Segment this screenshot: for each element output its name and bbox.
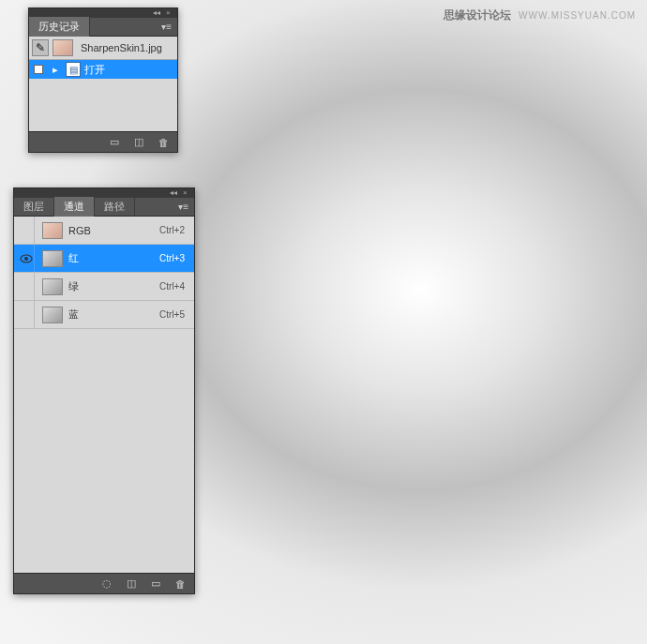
visibility-toggle[interactable] (18, 245, 35, 272)
load-selection-icon[interactable]: ◌ (100, 577, 113, 591)
history-item-label: 打开 (84, 63, 105, 77)
history-state-marker[interactable] (32, 65, 45, 74)
history-panel: ◂◂ × 历史记录 ▾≡ ✎ SharpenSkin1.jpg ▸ ▤ 打开 ▭… (28, 7, 178, 153)
document-filename: SharpenSkin1.jpg (77, 42, 162, 53)
watermark-text: 思缘设计论坛 (444, 7, 511, 23)
history-document-row[interactable]: ✎ SharpenSkin1.jpg (29, 37, 177, 60)
watermark: 思缘设计论坛 WWW.MISSYUAN.COM (444, 7, 636, 23)
collapse-icon[interactable]: ◂◂ (153, 9, 160, 17)
channel-thumbnail (42, 278, 63, 295)
close-icon[interactable]: × (166, 9, 173, 17)
collapse-icon[interactable]: ◂◂ (170, 189, 177, 197)
channel-thumbnail (42, 307, 63, 323)
tab-history[interactable]: 历史记录 (29, 17, 90, 37)
channel-rgb[interactable]: RGB Ctrl+2 (14, 217, 194, 245)
panel-tabs: 历史记录 ▾≡ (29, 18, 177, 37)
new-snapshot-icon[interactable]: ◫ (132, 136, 145, 149)
svg-point-1 (24, 257, 28, 261)
tab-paths[interactable]: 路径 (95, 197, 135, 217)
trash-icon[interactable]: 🗑 (157, 136, 170, 149)
save-selection-icon[interactable]: ◫ (125, 577, 138, 591)
panel-menu-icon[interactable]: ▾≡ (156, 22, 177, 32)
history-brush-icon[interactable]: ✎ (32, 39, 49, 56)
close-icon[interactable]: × (183, 189, 190, 197)
channel-shortcut: Ctrl+2 (159, 225, 190, 235)
channel-label: 绿 (68, 279, 154, 293)
history-body: ✎ SharpenSkin1.jpg ▸ ▤ 打开 (29, 37, 177, 131)
channels-panel: ◂◂ × 图层 通道 路径 ▾≡ RGB Ctrl+2 红 Ctrl+3 绿 C… (13, 187, 195, 594)
new-channel-icon[interactable]: ▭ (149, 577, 162, 591)
channels-body: RGB Ctrl+2 红 Ctrl+3 绿 Ctrl+4 蓝 Ctrl+5 (14, 217, 194, 573)
panel-tabs: 图层 通道 路径 ▾≡ (14, 198, 194, 217)
history-footer: ▭ ◫ 🗑 (29, 131, 177, 152)
history-pointer: ▸ (49, 64, 62, 76)
channel-blue[interactable]: 蓝 Ctrl+5 (14, 301, 194, 329)
new-document-icon[interactable]: ▭ (108, 136, 121, 149)
document-thumbnail (53, 39, 73, 56)
trash-icon[interactable]: 🗑 (173, 577, 187, 591)
tab-channels[interactable]: 通道 (54, 197, 95, 217)
watermark-url: WWW.MISSYUAN.COM (519, 10, 636, 21)
visibility-toggle[interactable] (18, 217, 35, 244)
history-item-open[interactable]: ▸ ▤ 打开 (29, 60, 177, 79)
channel-thumbnail (42, 222, 63, 239)
eye-icon (20, 254, 33, 263)
channel-thumbnail (42, 250, 63, 267)
channel-label: 红 (68, 251, 154, 265)
snapshot-marker-icon (34, 65, 43, 74)
channel-label: RGB (68, 225, 154, 236)
visibility-toggle[interactable] (18, 301, 35, 328)
panel-menu-icon[interactable]: ▾≡ (173, 202, 194, 212)
channel-shortcut: Ctrl+3 (159, 253, 190, 263)
visibility-toggle[interactable] (18, 273, 35, 300)
tab-layers[interactable]: 图层 (14, 197, 54, 217)
channel-green[interactable]: 绿 Ctrl+4 (14, 273, 194, 301)
open-action-icon: ▤ (66, 62, 81, 77)
channel-red[interactable]: 红 Ctrl+3 (14, 245, 194, 273)
channel-label: 蓝 (68, 307, 154, 322)
history-empty-area (29, 79, 177, 131)
channel-shortcut: Ctrl+5 (159, 309, 190, 320)
channels-footer: ◌ ◫ ▭ 🗑 (14, 573, 194, 593)
channel-shortcut: Ctrl+4 (159, 281, 190, 292)
